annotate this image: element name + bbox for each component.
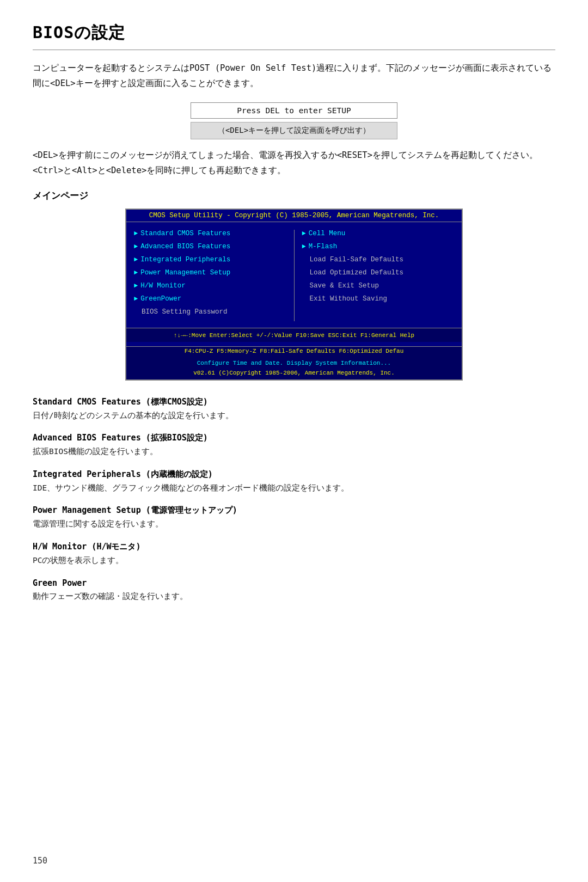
main-page-heading: メインページ (33, 189, 555, 202)
bios-item-label: H/W Monitor (140, 282, 186, 290)
bios-item-bios-password[interactable]: BIOS Setting Password (134, 308, 286, 316)
bios-screen: CMOS Setup Utility - Copyright (C) 1985-… (125, 209, 463, 381)
desc-label: Standard CMOS Features (標準CMOS設定) (33, 397, 555, 407)
bios-item-label: Cell Menu (309, 230, 346, 237)
bios-arrow-icon: ► (302, 243, 306, 250)
bios-item-m-flash[interactable]: ► M-Flash (302, 243, 455, 250)
bios-left-menu: ► Standard CMOS Features ► Advanced BIOS… (126, 228, 294, 323)
bios-item-label: Standard CMOS Features (140, 230, 230, 237)
desc-power: Power Management Setup (電源管理セットアップ) 電源管理… (33, 505, 555, 531)
bios-footer-info: Configure Time and Date. Display System … (126, 358, 462, 368)
desc-advanced-bios: Advanced BIOS Features (拡張BIOS設定) 拡張BIOS… (33, 433, 555, 458)
desc-label: Advanced BIOS Features (拡張BIOS設定) (33, 433, 555, 443)
bios-item-load-optimized[interactable]: Load Optimized Defaults (302, 269, 455, 277)
bios-item-hw-monitor[interactable]: ► H/W Monitor (134, 282, 286, 290)
desc-standard-cmos: Standard CMOS Features (標準CMOS設定) 日付/時刻な… (33, 397, 555, 422)
bios-item-label: BIOS Setting Password (142, 308, 228, 316)
desc-text: 日付/時刻などのシステムの基本的な設定を行います。 (33, 409, 555, 422)
press-del-box: Press DEL to enter SETUP (191, 102, 397, 119)
intro-paragraph1: コンピューターを起動するとシステムはPOST (Power On Self Te… (33, 61, 555, 91)
desc-hw-monitor: H/W Monitor (H/Wモニタ) PCの状態を表示します。 (33, 542, 555, 567)
bios-item-label: Exit Without Saving (310, 295, 388, 303)
bios-footer-controls: ↑↓→←:Move Enter:Select +/-/:Value F10:Sa… (126, 328, 462, 342)
page-number: 150 (33, 856, 47, 866)
bios-item-save-exit[interactable]: Save & Exit Setup (302, 282, 455, 290)
desc-integrated: Integrated Peripherals (内蔵機能の設定) IDE、サウン… (33, 469, 555, 495)
bios-item-label: Load Fail-Safe Defaults (310, 256, 404, 264)
bios-item-label: Integrated Peripherals (140, 256, 230, 264)
desc-text: IDE、サウンド機能、グラフィック機能などの各種オンボード機能の設定を行います。 (33, 481, 555, 495)
bios-arrow-icon: ► (134, 269, 138, 277)
bios-arrow-icon: ► (134, 243, 138, 250)
bios-item-greenpower[interactable]: ► GreenPower (134, 295, 286, 303)
bios-footer-fkeys: F4:CPU-Z F5:Memory-Z F8:Fail-Safe Defaul… (126, 346, 462, 358)
bios-item-standard-cmos[interactable]: ► Standard CMOS Features (134, 230, 286, 237)
bios-item-label: M-Flash (309, 243, 338, 250)
press-del-sub: （<DEL>キーを押して設定画面を呼び出す） (191, 122, 397, 139)
bios-footer-copyright: v02.61 (C)Copyright 1985-2006, American … (126, 368, 462, 379)
desc-text: 動作フェーズ数の確認・設定を行います。 (33, 590, 555, 603)
bios-item-cell-menu[interactable]: ► Cell Menu (302, 230, 455, 237)
bios-item-label: Save & Exit Setup (310, 282, 379, 290)
title-divider (33, 50, 555, 50)
bios-item-label: Power Management Setup (140, 269, 230, 277)
bios-item-load-failsafe[interactable]: Load Fail-Safe Defaults (302, 256, 455, 264)
bios-item-exit-without-saving[interactable]: Exit Without Saving (302, 295, 455, 303)
bios-menu-body: ► Standard CMOS Features ► Advanced BIOS… (126, 222, 462, 323)
bios-item-integrated[interactable]: ► Integrated Peripherals (134, 256, 286, 264)
bios-item-label: GreenPower (140, 295, 181, 303)
bios-arrow-icon: ► (134, 256, 138, 264)
bios-title-bar: CMOS Setup Utility - Copyright (C) 1985-… (126, 210, 462, 222)
bios-arrow-icon: ► (134, 230, 138, 237)
bios-item-label: Load Optimized Defaults (310, 269, 404, 277)
desc-green-power: Green Power 動作フェーズ数の確認・設定を行います。 (33, 578, 555, 603)
desc-text: 電源管理に関する設定を行います。 (33, 517, 555, 531)
bios-item-label: Advanced BIOS Features (140, 243, 230, 250)
bios-item-power[interactable]: ► Power Management Setup (134, 269, 286, 277)
bios-arrow-icon: ► (134, 282, 138, 290)
bios-right-menu: ► Cell Menu ► M-Flash Load Fail-Safe Def… (295, 228, 462, 323)
desc-label: H/W Monitor (H/Wモニタ) (33, 542, 555, 552)
intro-paragraph2: <DEL>を押す前にこのメッセージが消えてしまった場合、電源を再投入するか<RE… (33, 148, 555, 179)
page-title: BIOSの設定 (33, 22, 555, 44)
desc-text: PCの状態を表示します。 (33, 554, 555, 567)
desc-label: Power Management Setup (電源管理セットアップ) (33, 505, 555, 516)
bios-arrow-icon: ► (302, 230, 306, 237)
desc-label: Integrated Peripherals (内蔵機能の設定) (33, 469, 555, 480)
bios-item-advanced-bios[interactable]: ► Advanced BIOS Features (134, 243, 286, 250)
bios-arrow-icon: ► (134, 295, 138, 303)
desc-text: 拡張BIOS機能の設定を行います。 (33, 445, 555, 458)
desc-label: Green Power (33, 578, 555, 588)
